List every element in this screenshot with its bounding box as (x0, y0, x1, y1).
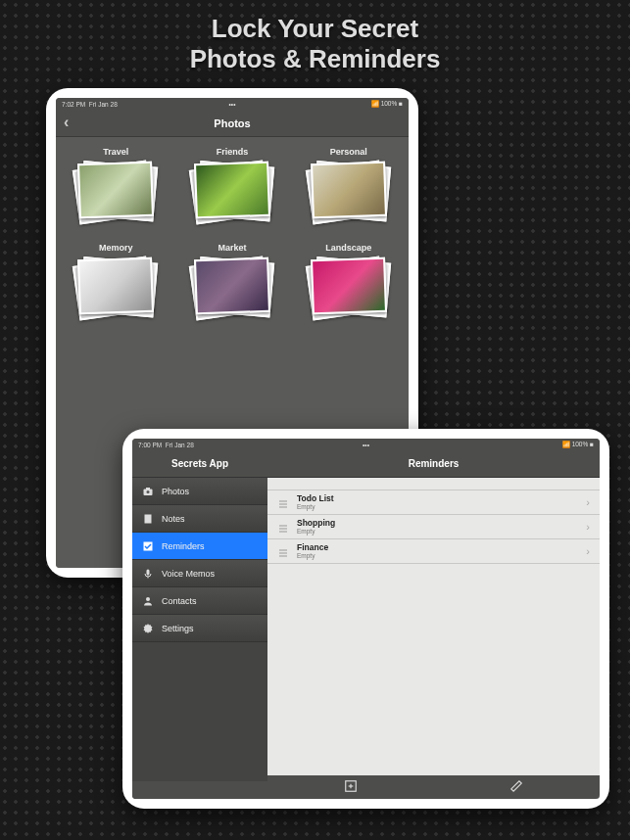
sidebar-item-label: Photos (162, 487, 189, 496)
album-label: Market (218, 243, 246, 253)
svg-point-6 (146, 597, 150, 601)
reminders-title: Reminders (267, 450, 600, 478)
album-label: Friends (217, 147, 249, 157)
sidebar-title: Secrets App (132, 450, 267, 478)
photo-stack-icon (78, 163, 153, 219)
svg-point-1 (147, 490, 150, 493)
gear-icon (142, 623, 154, 634)
sidebar-item-reminders[interactable]: Reminders (132, 533, 267, 560)
photos-navbar: ‹ Photos (56, 110, 409, 137)
album-label: Travel (103, 147, 128, 157)
list-subtitle: Empty (297, 504, 578, 511)
list-icon (277, 496, 289, 508)
note-icon (142, 513, 154, 525)
sidebar-item-label: Settings (162, 624, 194, 633)
album-friends[interactable]: Friends (176, 147, 289, 219)
svg-rect-3 (145, 514, 152, 523)
list-item[interactable]: Todo List Empty › (267, 490, 600, 515)
album-memory[interactable]: Memory (60, 243, 172, 315)
sidebar-item-label: Voice Memos (162, 569, 215, 579)
album-travel[interactable]: Travel (60, 147, 172, 219)
sidebar-item-settings[interactable]: Settings (132, 615, 267, 642)
device-reminders: 7:00 PM Fri Jan 28 ••• 📶 100% ■ Secrets … (122, 429, 609, 809)
list-subtitle: Empty (297, 553, 578, 560)
sidebar-item-label: Notes (162, 514, 185, 524)
sidebar-item-label: Contacts (162, 596, 197, 606)
list-title: Todo List (297, 494, 578, 503)
photos-title: Photos (214, 117, 250, 129)
sidebar: Secrets App PhotosNotesRemindersVoice Me… (132, 450, 267, 799)
list-subtitle: Empty (297, 529, 578, 536)
photo-stack-icon (78, 258, 153, 315)
list-item[interactable]: Shopping Empty › (267, 514, 600, 539)
chevron-right-icon: › (586, 521, 590, 533)
toolbar (267, 775, 600, 799)
list-icon (277, 545, 289, 557)
sidebar-item-notes[interactable]: Notes (132, 505, 267, 533)
sidebar-item-voice-memos[interactable]: Voice Memos (132, 560, 267, 587)
album-label: Personal (330, 147, 367, 157)
chevron-right-icon: › (586, 496, 590, 508)
list-item[interactable]: Finance Empty › (267, 538, 600, 564)
svg-rect-5 (147, 569, 150, 575)
mic-icon (142, 568, 154, 580)
marketing-headline: Lock Your Secret Photos & Reminders (0, 0, 630, 74)
check-icon (142, 540, 154, 552)
sidebar-item-label: Reminders (162, 541, 205, 551)
back-button[interactable]: ‹ (64, 114, 69, 131)
add-button[interactable] (344, 779, 358, 796)
contact-icon (142, 595, 154, 607)
album-personal[interactable]: Personal (292, 147, 405, 219)
photo-stack-icon (195, 258, 269, 315)
album-label: Memory (99, 243, 133, 253)
svg-rect-2 (146, 488, 150, 490)
chevron-right-icon: › (586, 545, 590, 557)
list-icon (277, 521, 289, 533)
list-title: Shopping (297, 519, 578, 528)
status-bar: 7:00 PM Fri Jan 28 ••• 📶 100% ■ (132, 439, 600, 450)
photo-stack-icon (312, 163, 386, 219)
sidebar-item-photos[interactable]: Photos (132, 478, 267, 505)
sidebar-item-contacts[interactable]: Contacts (132, 587, 267, 615)
photo-stack-icon (312, 258, 386, 315)
album-market[interactable]: Market (176, 243, 289, 315)
camera-icon (142, 486, 154, 497)
status-bar: 7:02 PM Fri Jan 28 ••• 📶 100% ■ (56, 98, 409, 110)
photo-stack-icon (195, 163, 269, 219)
list-title: Finance (297, 543, 578, 552)
edit-button[interactable] (509, 779, 523, 796)
album-landscape[interactable]: Landscape (292, 243, 405, 315)
album-label: Landscape (325, 243, 371, 253)
